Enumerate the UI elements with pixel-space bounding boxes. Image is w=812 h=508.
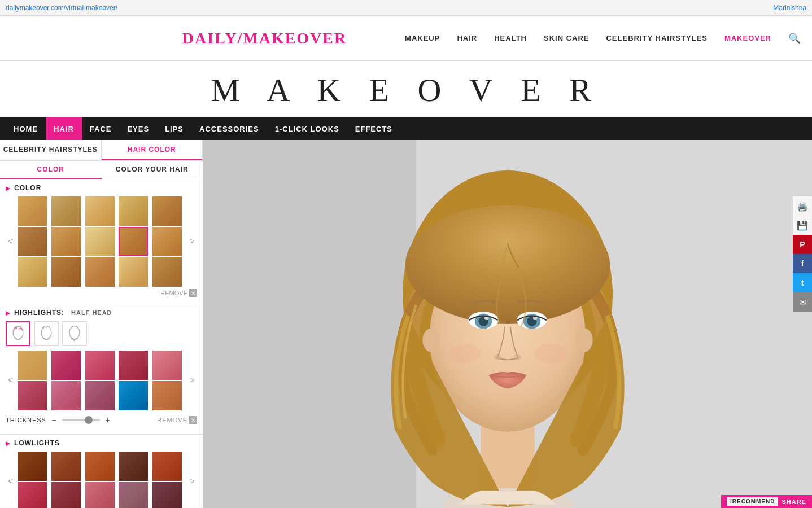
highlights-remove-button[interactable]: REMOVE ✕ [157,414,197,426]
subnav-effects[interactable]: EFFECTS [347,117,400,140]
svg-point-8 [41,326,51,339]
lowlights-swatch[interactable] [152,452,182,481]
search-icon[interactable]: 🔍 [788,32,801,45]
lowlights-swatch[interactable] [85,482,115,508]
save-image-button[interactable]: 💾 [793,216,812,235]
thickness-slider-track[interactable] [62,419,100,421]
tab-hair-color[interactable]: HAIR COLOR [102,140,203,160]
svg-line-2 [15,327,16,330]
svg-point-0 [13,326,23,339]
subnav-home[interactable]: HOME [6,117,46,140]
highlights-next-arrow[interactable]: > [187,374,197,387]
email-button[interactable]: ✉ [793,292,812,312]
logo[interactable]: DAILY/MAKEOVER [182,29,347,47]
color-swatch[interactable] [119,196,148,226]
color-swatch[interactable] [152,196,182,226]
lowlights-prev-arrow[interactable]: < [6,475,15,488]
color-arrow-icon: ▶ [6,185,11,191]
lowlights-swatch[interactable] [152,482,182,508]
logo-slash: / [237,29,243,47]
subnav-accessories[interactable]: ACCESSORIES [191,117,267,140]
highlights-swatch[interactable] [152,351,182,380]
lowlights-swatch[interactable] [18,452,47,481]
subtab-color-your-hair[interactable]: COLOR YOUR HAIR [102,161,203,179]
nav-hair[interactable]: HAIR [457,34,477,42]
highlights-swatch[interactable] [18,381,47,410]
highlights-swatch[interactable] [152,381,182,410]
highlights-face-half[interactable] [34,321,59,346]
highlights-swatch[interactable] [119,351,148,380]
lowlights-swatch[interactable] [51,482,81,508]
subnav-face[interactable]: FACE [82,117,120,140]
highlights-swatches-grid [18,351,185,410]
subtab-color[interactable]: COLOR [0,161,102,179]
color-swatch[interactable] [51,257,81,287]
thickness-plus-button[interactable]: + [103,415,112,424]
color-prev-arrow[interactable]: < [6,235,15,248]
nav-skincare[interactable]: SKIN CARE [544,34,590,42]
highlights-remove-label: REMOVE [157,417,187,423]
highlights-prev-arrow[interactable]: < [6,374,15,387]
nav-makeover[interactable]: MAKEOVER [724,34,771,42]
irecommend-label: iRECOMMEND [727,497,778,506]
color-swatch[interactable] [85,196,115,226]
color-swatch[interactable] [18,227,47,256]
highlights-face-tips[interactable] [62,321,87,346]
share-label: SHARE [782,498,806,505]
color-label: COLOR [14,184,41,192]
svg-point-21 [422,329,440,352]
lowlights-swatch[interactable] [85,452,115,481]
color-swatch[interactable] [51,227,81,256]
lowlights-swatch[interactable] [18,482,47,508]
header: DAILY/MAKEOVER MAKEUP HAIR HEALTH SKIN C… [0,16,812,61]
color-swatch[interactable] [18,196,47,226]
lowlights-swatch[interactable] [119,452,148,481]
color-swatch[interactable] [152,227,182,256]
svg-point-12 [69,326,80,339]
nav-celebrity[interactable]: CELEBRITY HAIRSTYLES [606,34,707,42]
color-swatch[interactable] [18,257,47,287]
subnav-eyes[interactable]: EYES [119,117,157,140]
highlights-thickness-row: THICKNESS − + REMOVE ✕ [6,410,197,430]
print-button[interactable]: 🖨️ [793,196,812,216]
nav-health[interactable]: HEALTH [494,34,527,42]
pinterest-button[interactable]: P [793,235,812,254]
main-layout: CELEBRITY HAIRSTYLES HAIR COLOR COLOR CO… [0,140,812,508]
color-swatch[interactable] [51,196,81,226]
color-swatch[interactable] [85,227,115,256]
highlights-face-full[interactable] [6,321,30,346]
subnav-1click[interactable]: 1-CLICK LOOKS [267,117,347,140]
lowlights-next-arrow[interactable]: > [187,475,197,488]
highlights-subtitle: Half Head [71,309,112,316]
top-navigation: MAKEUP HAIR HEALTH SKIN CARE CELEBRITY H… [405,32,801,45]
subnav-lips[interactable]: LIPS [157,117,191,140]
highlights-swatch[interactable] [85,381,115,410]
highlights-swatch[interactable] [51,351,81,380]
svg-point-33 [448,344,481,363]
lowlights-swatch[interactable] [119,482,148,508]
nav-makeup[interactable]: MAKEUP [405,34,440,42]
social-sidebar: 🖨️ 💾 P f t ✉ [793,196,812,312]
tab-celebrity-hairstyles[interactable]: CELEBRITY HAIRSTYLES [0,140,102,160]
facebook-button[interactable]: f [793,254,812,273]
svg-point-34 [535,344,567,363]
highlights-section: ▶ HIGHLIGHTS: Half Head [0,304,203,435]
color-swatch-selected[interactable] [119,227,148,256]
color-next-arrow[interactable]: > [187,235,197,248]
color-swatch[interactable] [119,257,148,287]
thickness-slider-thumb[interactable] [85,416,93,424]
face-tips-icon [64,323,85,344]
color-remove-button[interactable]: REMOVE ✕ [6,287,197,299]
highlights-swatch[interactable] [18,351,47,380]
highlights-swatch[interactable] [85,351,115,380]
color-swatch[interactable] [152,257,182,287]
face-half-icon [36,323,56,344]
highlights-swatch[interactable] [119,381,148,410]
highlights-swatch[interactable] [51,381,81,410]
thickness-minus-button[interactable]: − [50,415,59,424]
twitter-button[interactable]: t [793,273,812,292]
subnav-hair[interactable]: HAIR [46,117,82,140]
svg-line-4 [18,327,18,329]
lowlights-swatch[interactable] [51,452,81,481]
color-swatch[interactable] [85,257,115,287]
